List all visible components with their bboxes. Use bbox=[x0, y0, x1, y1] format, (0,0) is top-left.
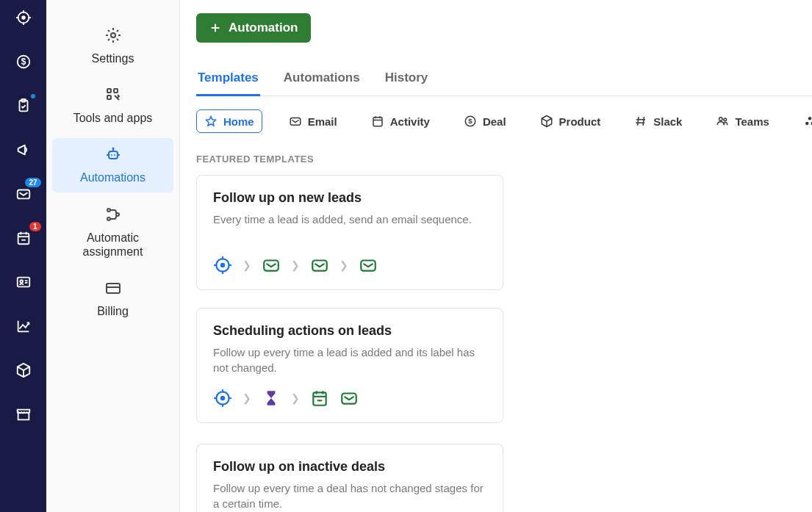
filter-row: Home Email Activity Deal Product Slack T… bbox=[196, 109, 812, 133]
template-card[interactable]: Follow up on new leads Every time a lead… bbox=[196, 175, 503, 290]
tabs: Templates Automations History bbox=[196, 65, 812, 96]
mail-icon bbox=[262, 256, 281, 275]
tab-templates[interactable]: Templates bbox=[196, 65, 260, 96]
add-button-label: Automation bbox=[229, 21, 298, 35]
sidebar-item-label: Automations bbox=[80, 170, 145, 184]
filter-teams[interactable]: Teams bbox=[708, 109, 776, 133]
nav-deals[interactable] bbox=[13, 51, 34, 72]
nav-campaigns[interactable] bbox=[13, 140, 34, 160]
card-desc: Every time a lead is added, send an emai… bbox=[213, 212, 486, 242]
mail-icon bbox=[289, 115, 302, 128]
badge-count: 1 bbox=[29, 222, 41, 231]
sidebar-item-billing[interactable]: Billing bbox=[52, 272, 173, 325]
template-card[interactable]: Scheduling actions on leads Follow up ev… bbox=[196, 308, 503, 423]
sidebar-item-assignment[interactable]: Automatic assignment bbox=[52, 198, 173, 266]
sidebar-item-settings[interactable]: Settings bbox=[52, 19, 173, 73]
card-desc: Follow up every time a deal has not chan… bbox=[213, 480, 486, 511]
filter-home[interactable]: Home bbox=[196, 109, 262, 133]
sidebar-item-label: Billing bbox=[97, 304, 129, 318]
mail-icon bbox=[339, 389, 359, 408]
robot-icon bbox=[104, 145, 122, 166]
calendar-icon bbox=[371, 115, 384, 128]
calendar-icon bbox=[310, 389, 329, 408]
apps-icon bbox=[104, 86, 122, 107]
chevron-right-icon: ❯ bbox=[339, 259, 348, 271]
nav-calendar[interactable]: 1 bbox=[13, 228, 34, 248]
star-icon bbox=[204, 115, 218, 128]
card-flow-icons: ❯ ❯ bbox=[213, 389, 486, 408]
filter-asana[interactable]: Asana bbox=[796, 109, 812, 133]
sidebar-item-label: Tools and apps bbox=[73, 111, 153, 125]
settings-sidebar: Settings Tools and apps Automations Auto… bbox=[46, 0, 180, 512]
filter-slack[interactable]: Slack bbox=[627, 109, 689, 133]
card-flow-icons: ❯ ❯ ❯ bbox=[213, 256, 486, 275]
sidebar-item-automations[interactable]: Automations bbox=[52, 138, 173, 192]
section-label: FEATURED TEMPLATES bbox=[196, 154, 812, 165]
sidebar-item-label: Automatic assignment bbox=[58, 231, 168, 259]
chevron-right-icon: ❯ bbox=[242, 392, 251, 404]
filter-deal[interactable]: Deal bbox=[456, 109, 514, 133]
box-icon bbox=[540, 115, 553, 128]
card-icon bbox=[104, 279, 122, 300]
hourglass-icon bbox=[262, 389, 281, 408]
notification-dot-icon bbox=[31, 94, 35, 98]
nav-contacts[interactable] bbox=[13, 272, 34, 292]
main-content: Automation Templates Automations History… bbox=[180, 0, 812, 512]
asana-icon bbox=[803, 115, 812, 128]
route-icon bbox=[104, 206, 122, 226]
add-automation-button[interactable]: Automation bbox=[196, 13, 311, 43]
filter-activity[interactable]: Activity bbox=[364, 109, 437, 133]
target-icon bbox=[213, 256, 232, 275]
mail-icon bbox=[310, 256, 329, 275]
gear-icon bbox=[104, 26, 122, 47]
template-cards-row-1: Follow up on new leads Every time a lead… bbox=[196, 175, 812, 423]
card-title: Follow up on inactive deals bbox=[213, 459, 486, 475]
nav-products[interactable] bbox=[13, 360, 34, 381]
chevron-right-icon: ❯ bbox=[242, 259, 251, 271]
card-title: Follow up on new leads bbox=[213, 190, 486, 206]
chevron-right-icon: ❯ bbox=[291, 392, 300, 404]
sidebar-item-label: Settings bbox=[92, 51, 134, 65]
slack-icon bbox=[634, 115, 647, 128]
dollar-icon bbox=[464, 115, 477, 128]
card-title: Scheduling actions on leads bbox=[213, 323, 486, 339]
nav-leads[interactable] bbox=[13, 7, 34, 28]
nav-projects[interactable] bbox=[13, 95, 34, 116]
nav-insights[interactable] bbox=[13, 316, 34, 336]
card-desc: Follow up every time a lead is added and… bbox=[213, 345, 486, 375]
template-card[interactable]: Follow up on inactive deals Follow up ev… bbox=[196, 444, 503, 512]
sidebar-item-tools[interactable]: Tools and apps bbox=[52, 79, 173, 132]
teams-icon bbox=[716, 115, 729, 128]
template-cards-row-2: Follow up on inactive deals Follow up ev… bbox=[196, 444, 812, 512]
filter-email[interactable]: Email bbox=[281, 109, 345, 133]
mail-icon bbox=[359, 256, 378, 275]
filter-product[interactable]: Product bbox=[533, 109, 608, 133]
nav-inbox[interactable]: 27 bbox=[13, 184, 34, 204]
target-icon bbox=[213, 389, 232, 408]
nav-rail: 27 1 bbox=[0, 0, 46, 512]
plus-icon bbox=[209, 22, 221, 34]
tab-history[interactable]: History bbox=[384, 65, 430, 96]
chevron-right-icon: ❯ bbox=[291, 259, 300, 271]
nav-marketplace[interactable] bbox=[13, 404, 34, 425]
badge-count: 27 bbox=[25, 178, 40, 187]
tab-automations[interactable]: Automations bbox=[282, 65, 362, 96]
